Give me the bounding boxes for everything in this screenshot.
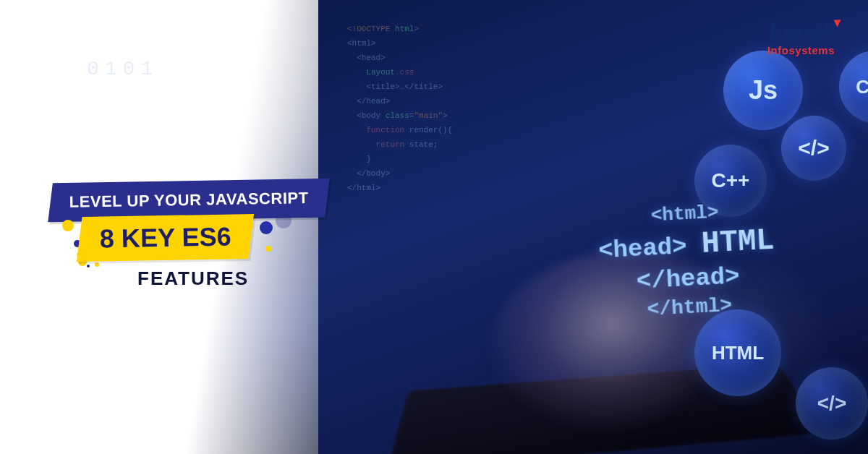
headline-bottom-text: FEATURES — [137, 267, 376, 290]
banner-canvas: <!DOCTYPE html> <html> <head> Layout.css… — [0, 0, 868, 454]
bubble-cpp-label: C++ — [712, 169, 750, 192]
svg-point-6 — [87, 265, 90, 267]
decor-dot — [260, 221, 273, 234]
bubble-js-label: Js — [749, 75, 778, 106]
floating-html-tags: <html> <head> HTML </head> </html> — [554, 196, 820, 327]
bubble-html: HTML — [694, 309, 781, 396]
brand-logo: Kanak▾ Infosystems — [767, 19, 835, 56]
headline-top-text: LEVEL UP YOUR JAVASCRIPT — [69, 189, 308, 212]
float-l2-mid: HTML — [701, 223, 775, 261]
logo-name: Kanak — [767, 17, 835, 44]
logo-accent-icon: ▾ — [834, 16, 841, 29]
logo-line-2: Infosystems — [767, 45, 835, 56]
decor-dot — [62, 220, 74, 231]
photo-area: <!DOCTYPE html> <html> <head> Layout.css… — [318, 0, 868, 454]
decor-dot — [265, 246, 271, 252]
headline-block: LEVEL UP YOUR JAVASCRIPT 8 KEY ES6 FEATU… — [51, 181, 376, 290]
bubble-css-label: CSS — [856, 76, 868, 98]
decor-dot — [276, 213, 292, 228]
bubble-css: CSS — [839, 51, 868, 123]
float-l2-right: </head> — [636, 262, 741, 295]
float-line-2: <head> HTML </head> — [556, 219, 819, 301]
float-l2-left: <head> — [597, 233, 687, 265]
headline-mid-bar: 8 KEY ES6 — [77, 214, 255, 262]
logo-line-1: Kanak▾ — [767, 19, 835, 43]
svg-point-4 — [95, 262, 99, 267]
bubble-code2-label: </> — [817, 392, 846, 415]
faint-binary: 0101 — [87, 58, 158, 80]
bubble-code: </> — [781, 116, 846, 181]
bubble-code-label: </> — [798, 136, 829, 160]
bubble-code2: </> — [796, 367, 868, 440]
headline-mid-text: 8 KEY ES6 — [99, 221, 231, 254]
bubble-html-label: HTML — [712, 342, 764, 364]
background-code: <!DOCTYPE html> <html> <head> Layout.css… — [347, 22, 452, 195]
bubble-js: Js — [723, 51, 803, 130]
